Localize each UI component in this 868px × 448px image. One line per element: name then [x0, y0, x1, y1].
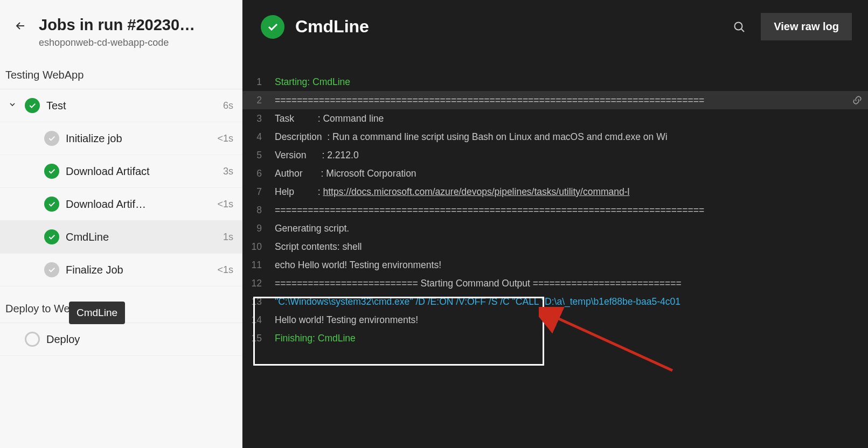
log-line[interactable]: 15Finishing: CmdLine: [242, 329, 868, 347]
line-number: 8: [242, 201, 275, 219]
step-row[interactable]: Initialize job<1s: [0, 122, 242, 155]
log-line[interactable]: 8=======================================…: [242, 201, 868, 219]
job-label: Test: [46, 100, 217, 112]
stage-header[interactable]: Testing WebApp: [0, 61, 242, 89]
log-line[interactable]: 9Generating script.: [242, 219, 868, 237]
log-line[interactable]: 10Script contents: shell: [242, 237, 868, 256]
line-number: 1: [242, 73, 275, 91]
step-duration: 1s: [223, 232, 233, 243]
step-label: Finalize Job: [66, 264, 211, 276]
log-line[interactable]: 2=======================================…: [242, 91, 868, 109]
sidebar-header: Jobs in run #20230… eshoponweb-cd-webapp…: [0, 0, 242, 61]
line-number: 10: [242, 237, 275, 256]
job-duration: 6s: [223, 100, 233, 111]
log-text: Author : Microsoft Corporation: [275, 164, 846, 183]
job-row[interactable]: Deploy: [0, 323, 242, 356]
view-raw-log-button[interactable]: View raw log: [761, 13, 852, 40]
line-number: 12: [242, 274, 275, 292]
log-text: Hello world! Testing environments!: [275, 311, 846, 329]
log-text: Version : 2.212.0: [275, 146, 846, 164]
step-row[interactable]: Finalize Job<1s: [0, 254, 242, 286]
status-success-icon: [44, 164, 59, 179]
log-text: Description : Run a command line script …: [275, 128, 846, 146]
step-label: Download Artifact: [66, 165, 217, 178]
status-skipped-icon: [44, 131, 59, 146]
status-pending-icon: [25, 332, 40, 347]
pipeline-name: eshoponweb-cd-webapp-code: [39, 37, 231, 48]
status-success-icon: [44, 197, 59, 212]
step-label: Download Artif…: [66, 198, 211, 211]
log-line[interactable]: 12========================== Starting Co…: [242, 274, 868, 292]
line-number: 9: [242, 219, 275, 237]
step-duration: 3s: [223, 166, 233, 177]
line-number: 15: [242, 329, 275, 347]
task-title: CmdLine: [295, 17, 717, 37]
log-line[interactable]: 7Help : https://docs.microsoft.com/azure…: [242, 183, 868, 201]
line-number: 2: [242, 91, 275, 109]
step-duration: <1s: [217, 133, 233, 144]
line-number: 14: [242, 311, 275, 329]
log-text: Generating script.: [275, 219, 846, 237]
log-line[interactable]: 11echo Hello world! Testing environments…: [242, 256, 868, 274]
log-line[interactable]: 4Description : Run a command line script…: [242, 128, 868, 146]
job-label: Deploy: [46, 333, 227, 346]
status-success-icon: [261, 15, 284, 39]
line-number: 5: [242, 146, 275, 164]
page-title: Jobs in run #20230…: [39, 16, 231, 34]
log-text: ========================================…: [275, 91, 846, 109]
log-line[interactable]: 13"C:\Windows\system32\cmd.exe" /D /E:ON…: [242, 292, 868, 311]
log-panel: CmdLine View raw log 1Starting: CmdLine2…: [242, 0, 868, 448]
step-row[interactable]: CmdLine1s: [0, 221, 242, 254]
log-text: ========================== Starting Comm…: [275, 274, 846, 292]
step-row[interactable]: Download Artifact3s: [0, 155, 242, 188]
stage-header[interactable]: Deploy to WebApp: [0, 286, 242, 323]
log-line[interactable]: 1Starting: CmdLine: [242, 73, 868, 91]
log-line[interactable]: 6Author : Microsoft Corporation: [242, 164, 868, 183]
job-row[interactable]: Test6s: [0, 89, 242, 122]
log-text: Finishing: CmdLine: [275, 329, 846, 347]
log-line[interactable]: 3Task : Command line: [242, 109, 868, 128]
svg-point-0: [735, 22, 742, 30]
log-text: Task : Command line: [275, 109, 846, 128]
log-text: Starting: CmdLine: [275, 73, 846, 91]
status-success-icon: [25, 98, 40, 113]
line-number: 13: [242, 292, 275, 311]
line-number: 4: [242, 128, 275, 146]
log-header: CmdLine View raw log: [242, 0, 868, 57]
step-label: Initialize job: [66, 132, 211, 145]
chevron-down-icon[interactable]: [6, 100, 18, 111]
step-label: CmdLine: [66, 231, 217, 243]
sidebar: Jobs in run #20230… eshoponweb-cd-webapp…: [0, 0, 242, 448]
log-text: Script contents: shell: [275, 237, 846, 256]
log-text: echo Hello world! Testing environments!: [275, 256, 846, 274]
search-button[interactable]: [727, 15, 751, 39]
status-skipped-icon: [44, 262, 59, 277]
status-success-icon: [44, 229, 59, 244]
log-line[interactable]: 14Hello world! Testing environments!: [242, 311, 868, 329]
line-number: 3: [242, 109, 275, 128]
step-row[interactable]: Download Artif…<1s: [0, 188, 242, 221]
line-number: 11: [242, 256, 275, 274]
step-duration: <1s: [217, 264, 233, 276]
line-number: 7: [242, 183, 275, 201]
log-text: ========================================…: [275, 201, 846, 219]
log-line[interactable]: 5Version : 2.212.0: [242, 146, 868, 164]
permalink-icon[interactable]: [846, 95, 868, 106]
log-output[interactable]: 1Starting: CmdLine2=====================…: [242, 57, 868, 369]
back-button[interactable]: [11, 16, 30, 36]
log-text: "C:\Windows\system32\cmd.exe" /D /E:ON /…: [275, 292, 846, 311]
step-duration: <1s: [217, 199, 233, 210]
line-number: 6: [242, 164, 275, 183]
log-text: Help : https://docs.microsoft.com/azure/…: [275, 183, 846, 201]
